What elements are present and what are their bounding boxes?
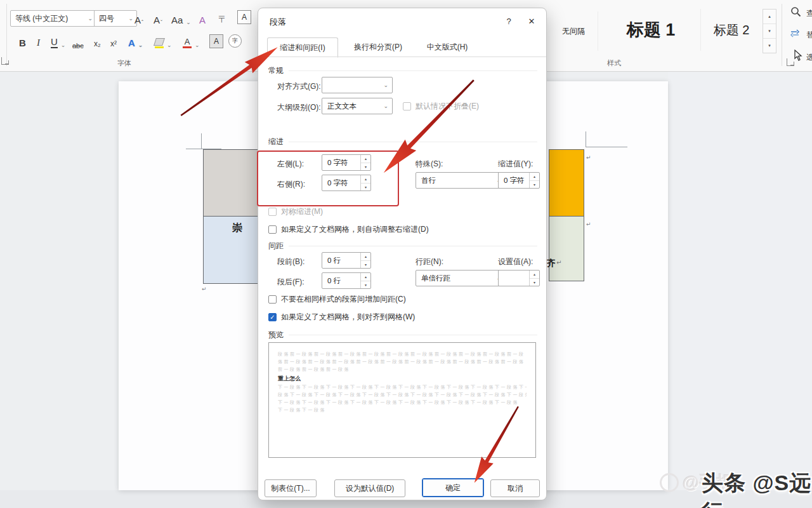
line-spacing-combo[interactable]: 单倍行距⌄ <box>416 270 506 286</box>
text-effects-button[interactable]: A⌄ <box>128 33 143 48</box>
tab-line-and-page-breaks[interactable]: 换行和分页(P) <box>343 37 413 57</box>
spin-up-icon: ▴ <box>530 271 539 279</box>
spin-up-icon: ▴ <box>530 173 539 181</box>
spin-up-icon: ▴ <box>361 155 370 163</box>
spin-up-icon: ▴ <box>361 273 370 281</box>
edit-label-clipped: 选 <box>806 52 812 63</box>
special-combo[interactable]: 首行⌄ <box>416 172 506 189</box>
italic-button[interactable]: I <box>37 33 40 48</box>
pilcrow-mark: ↵ <box>586 221 591 227</box>
character-shading-button[interactable]: A <box>209 34 223 48</box>
outline-level-combo[interactable]: 正文文本⌄ <box>322 98 393 114</box>
spin-down-icon: ▾ <box>530 181 539 189</box>
search-icon <box>790 6 801 17</box>
space-before-spinner[interactable]: 0 行 ▴▾ <box>322 252 371 269</box>
help-button[interactable]: ? <box>499 13 518 29</box>
author-watermark: 头条 @S远行 <box>702 469 812 508</box>
space-after-spinner[interactable]: 0 行 ▴▾ <box>322 272 371 289</box>
shrink-font-button[interactable]: Aˇ <box>154 10 162 25</box>
indent-right-spinner[interactable]: 0 字符 ▴▾ <box>322 175 371 191</box>
styles-scroll-up-button[interactable]: ▴ <box>763 10 776 24</box>
font-name-value: 等线 (中文正文) <box>15 13 68 24</box>
set-as-default-button[interactable]: 设为默认值(D) <box>334 479 405 497</box>
chevron-down-icon: ⌄ <box>167 42 172 48</box>
enclose-characters-button[interactable]: 字 <box>228 34 242 48</box>
ok-button[interactable]: 确定 <box>422 478 484 497</box>
preview-faint-line: 段落前一段落前一段落前一段落前一段落前一段落前一段落前一段落前一段落前一段落前一… <box>278 351 527 358</box>
pilcrow-mark: ↵ <box>202 286 207 292</box>
preview-box: 段落前一段落前一段落前一段落前一段落前一段落前一段落前一段落前一段落前一段落前一… <box>268 342 536 458</box>
margin-mark <box>586 147 627 147</box>
highlight-color-button[interactable]: ⌄ <box>155 33 172 48</box>
subscript-button[interactable]: x₂ <box>94 33 101 48</box>
find-button[interactable] <box>790 6 801 20</box>
table-cell-text: 崇 <box>232 222 242 235</box>
indent-by-label: 缩进值(Y): <box>498 159 533 170</box>
styles-gallery-more-button[interactable]: ▾ <box>763 39 776 53</box>
no-space-same-style-checkbox[interactable]: 不要在相同样式的段落间增加间距(C) <box>268 294 406 305</box>
change-case-button[interactable]: Aa⌄ <box>171 10 191 25</box>
underline-button[interactable]: U⌄ <box>51 33 65 48</box>
preview-faint-line: 下一段落下一段落下一段落下一段落下一段落下一段落下一段落下一段落下一段落下一段落… <box>278 384 527 391</box>
tabs-button[interactable]: 制表位(T)... <box>265 479 317 497</box>
preview-bold-line: 重上怎么 <box>278 373 527 384</box>
font-color-button[interactable]: A ⌄ <box>183 33 200 48</box>
chevron-down-icon: ⌄ <box>383 82 388 88</box>
collapsed-by-default-checkbox[interactable]: 默认情况下折叠(E) <box>403 101 479 112</box>
cancel-button[interactable]: 取消 <box>490 479 540 497</box>
superscript-button[interactable]: x² <box>110 33 117 48</box>
chevron-down-icon: ⌄ <box>383 103 388 109</box>
chevron-down-icon: ⌄ <box>186 19 191 25</box>
edit-label-clipped: 查 <box>806 8 812 19</box>
special-label: 特殊(S): <box>416 159 443 170</box>
table-cell-text: 齐 <box>547 258 556 269</box>
style-heading-2[interactable]: 标题 2 <box>703 10 760 50</box>
spacing-at-spinner[interactable]: ▴▾ <box>498 270 540 286</box>
dialog-title: 段落 <box>270 17 286 28</box>
pinyin-guide-button[interactable]: A <box>199 10 206 25</box>
strikethrough-button[interactable]: abc <box>72 34 84 50</box>
highlighter-icon <box>154 38 165 46</box>
indent-left-spinner[interactable]: 0 字符 ▴▾ <box>322 154 371 171</box>
bold-button[interactable]: B <box>19 33 26 48</box>
spin-up-icon: ▴ <box>361 253 370 261</box>
style-heading-1[interactable]: 标题 1 <box>601 9 701 51</box>
space-after-label: 段后(F): <box>277 277 304 288</box>
mirror-indents-checkbox[interactable]: 对称缩进(M) <box>268 206 323 217</box>
spin-down-icon: ▾ <box>361 281 370 289</box>
close-icon[interactable]: ✕ <box>522 13 541 29</box>
spin-down-icon: ▾ <box>361 163 370 171</box>
chevron-down-icon: ⌄ <box>195 42 200 48</box>
indent-by-spinner[interactable]: 0 字符 ▴▾ <box>498 172 540 189</box>
replace-button[interactable] <box>789 28 801 41</box>
caret-up-icon: ˆ <box>141 19 143 25</box>
style-no-spacing[interactable]: 无间隔 <box>549 11 598 51</box>
tab-indents-and-spacing[interactable]: 缩进和间距(I) <box>267 37 338 58</box>
font-name-combo[interactable]: 等线 (中文正文) ⌄ <box>10 10 96 27</box>
clipboard-dialog-launcher-icon[interactable] <box>1 57 9 65</box>
font-size-value: 四号 <box>99 13 114 24</box>
section-spacing: 间距 <box>268 241 537 251</box>
preview-faint-line: 段落下一段落下一段落下一段落下一段落下一段落下一段落下一段落下一段落下一段落下一… <box>278 391 527 399</box>
spin-down-icon: ▾ <box>530 279 539 286</box>
group-divider <box>782 4 782 66</box>
outline-level-label: 大纲级别(O): <box>277 102 321 113</box>
alignment-combo[interactable]: ⌄ <box>322 77 393 93</box>
phonetic-frame-button[interactable]: 〒 <box>218 10 227 25</box>
preview-faint-line: 下一段落下一段落 <box>278 406 527 414</box>
checkbox-box <box>268 208 277 216</box>
caret-down-icon: ˇ <box>160 19 162 25</box>
replace-icon <box>789 28 801 39</box>
tab-asian-typography[interactable]: 中文版式(H) <box>418 37 476 57</box>
table-cell-orange <box>549 149 584 217</box>
character-border-button[interactable]: A <box>237 10 251 24</box>
grow-font-button[interactable]: Aˆ <box>134 10 143 25</box>
cursor-icon <box>793 50 802 62</box>
select-button[interactable] <box>793 50 802 64</box>
font-size-combo[interactable]: 四号 ⌄ <box>94 10 137 27</box>
styles-scroll-down-button[interactable]: ▾ <box>763 24 776 39</box>
auto-adjust-right-indent-checkbox[interactable]: 如果定义了文档网格，则自动调整右缩进(D) <box>268 224 429 235</box>
section-general: 常规 <box>268 65 537 76</box>
margin-mark <box>201 133 202 149</box>
snap-to-grid-checkbox[interactable]: ✓如果定义了文档网格，则对齐到网格(W) <box>268 312 415 323</box>
